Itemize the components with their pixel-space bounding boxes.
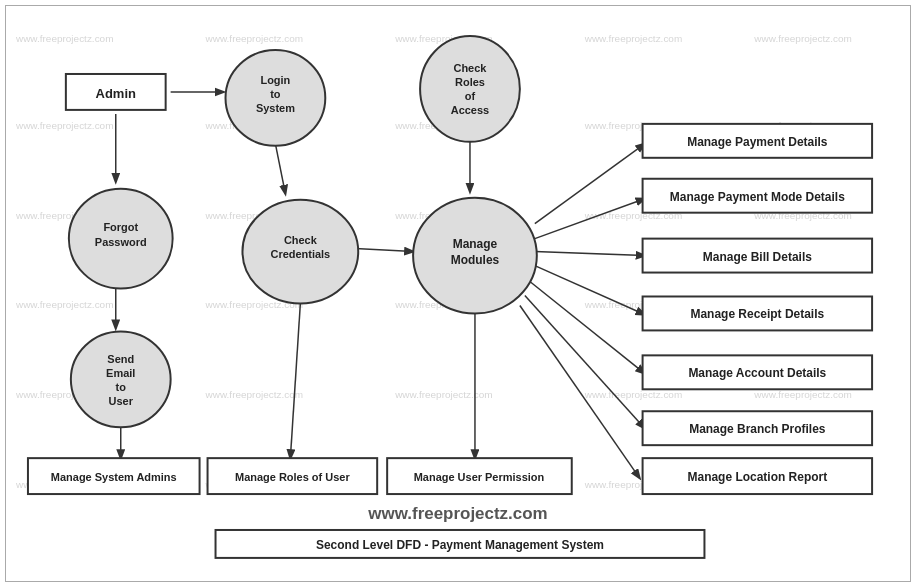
manage-modules-label-2: Modules: [451, 253, 500, 267]
manage-roles-user-label: Manage Roles of User: [235, 471, 350, 483]
manage-sys-admins-label: Manage System Admins: [51, 471, 177, 483]
svg-text:www.freeprojectz.com: www.freeprojectz.com: [394, 389, 493, 400]
forgot-label-2: Password: [95, 236, 147, 248]
diagram-container: www.freeprojectz.com www.freeprojectz.co…: [5, 5, 911, 582]
check-cred-label-1: Check: [284, 234, 318, 246]
login-label-2: to: [270, 88, 281, 100]
svg-text:www.freeprojectz.com: www.freeprojectz.com: [753, 33, 852, 44]
footer-title-label: Second Level DFD - Payment Management Sy…: [316, 538, 604, 552]
check-roles-label-2: Roles: [455, 76, 485, 88]
svg-text:www.freeprojectz.com: www.freeprojectz.com: [753, 389, 852, 400]
check-roles-label-4: Access: [451, 104, 489, 116]
arrow-modules-branch: [525, 295, 645, 428]
manage-user-perm-label: Manage User Permission: [414, 471, 545, 483]
send-email-label-4: User: [109, 395, 134, 407]
svg-text:www.freeprojectz.com: www.freeprojectz.com: [584, 389, 683, 400]
manage-receipt-label: Manage Receipt Details: [690, 307, 824, 321]
manage-account-label: Manage Account Details: [688, 366, 826, 380]
manage-paymode-label: Manage Payment Mode Details: [670, 190, 845, 204]
forgot-label-1: Forgot: [103, 221, 138, 233]
login-label-3: System: [256, 102, 295, 114]
send-email-label-1: Send: [107, 353, 134, 365]
manage-bill-label: Manage Bill Details: [703, 250, 812, 264]
admin-label: Admin: [96, 86, 136, 101]
arrow-login-checkcred: [275, 144, 285, 194]
manage-branch-label: Manage Branch Profiles: [689, 422, 826, 436]
manage-location-label: Manage Location Report: [688, 470, 828, 484]
arrow-cred-modules: [355, 249, 413, 252]
watermark-1: www.freeprojectz.com: [15, 33, 114, 44]
send-email-label-2: Email: [106, 367, 135, 379]
login-label-1: Login: [260, 74, 290, 86]
arrow-cred-roles: [290, 303, 300, 458]
check-roles-label-3: of: [465, 90, 476, 102]
check-cred-label-2: Credentials: [270, 248, 330, 260]
manage-modules-label-1: Manage: [453, 237, 498, 251]
svg-text:www.freeprojectz.com: www.freeprojectz.com: [15, 299, 114, 310]
arrow-modules-account: [530, 282, 645, 374]
svg-text:www.freeprojectz.com: www.freeprojectz.com: [205, 389, 304, 400]
svg-text:www.freeprojectz.com: www.freeprojectz.com: [15, 120, 114, 131]
manage-payment-label: Manage Payment Details: [687, 135, 828, 149]
check-roles-label-1: Check: [454, 62, 488, 74]
send-email-label-3: to: [116, 381, 127, 393]
svg-text:www.freeprojectz.com: www.freeprojectz.com: [205, 33, 304, 44]
svg-text:www.freeprojectz.com: www.freeprojectz.com: [584, 33, 683, 44]
footer-website: www.freeprojectz.com: [367, 504, 547, 523]
arrow-modules-bill: [535, 252, 645, 256]
